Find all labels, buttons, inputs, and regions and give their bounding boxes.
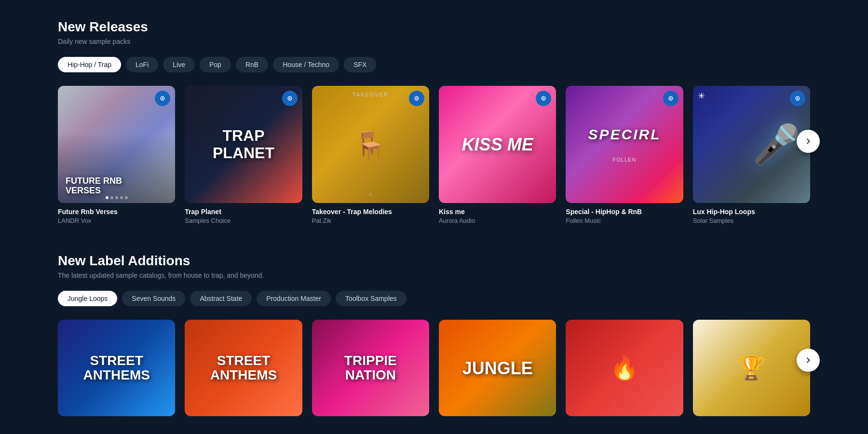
card-trap-planet[interactable]: TRAPPLANET Trap Planet Samples Choice — [185, 86, 302, 224]
card-subtitle-special: Follen Music — [566, 217, 683, 224]
svg-point-7 — [543, 98, 544, 99]
filter-sfx[interactable]: SFX — [344, 57, 376, 72]
svg-point-1 — [162, 98, 163, 99]
dot-indicators-1 — [106, 196, 128, 199]
card-image-gold-collection: 🏆 — [693, 320, 810, 416]
next-arrow-button-labels[interactable] — [797, 349, 820, 372]
landr-badge-6 — [790, 91, 805, 106]
filter-jungle-loops[interactable]: Jungle Loops — [58, 291, 117, 306]
filter-toolbox-samples[interactable]: Toolbox Samples — [336, 291, 407, 306]
card-subtitle-takeover: Pat Zik — [312, 217, 429, 224]
card-lux-hiphop[interactable]: 🎤 ✳ Lux Hip-Hop Loops Solar Samples — [693, 86, 810, 224]
filter-seven-sounds[interactable]: Seven Sounds — [122, 291, 185, 306]
card-image-takeover: TAKEOVER 🪑 ⚜ — [312, 86, 429, 203]
silhouette-icon: 🎤 — [752, 122, 800, 167]
label-cards-wrapper: STREETANTHEMS STREETANTHEMS TRIPPIENATIO… — [58, 320, 810, 421]
card-image-kiss-me: Kiss Me — [439, 86, 556, 203]
label-filter-row: Jungle Loops Seven Sounds Abstract State… — [58, 291, 810, 306]
new-releases-cards-row: Future RnBVerses Future Rnb Verses LANDR… — [58, 86, 810, 224]
card-street-anthems[interactable]: STREETANTHEMS — [58, 320, 175, 421]
card-overlay-jungle: JUNGLE — [462, 359, 533, 378]
card-takeover[interactable]: TAKEOVER 🪑 ⚜ Takeover - Trap Melodies Pa… — [312, 86, 429, 224]
card-jungle[interactable]: JUNGLE — [439, 320, 556, 421]
card-title-future-rnb: Future Rnb Verses — [58, 208, 175, 216]
filter-lofi[interactable]: LoFi — [126, 57, 158, 72]
card-subtitle-trap-planet: Samples Choice — [185, 217, 302, 224]
card-image-b2: STREETANTHEMS — [185, 320, 302, 416]
filter-production-master[interactable]: Production Master — [257, 291, 331, 306]
chair-icon: 🪑 — [353, 129, 387, 161]
snowflake-icon: ✳ — [698, 91, 705, 101]
label-cards-row: STREETANTHEMS STREETANTHEMS TRIPPIENATIO… — [58, 320, 810, 421]
card-image-special: SPECIRL FOLLEN — [566, 86, 683, 203]
new-label-subtitle: The latest updated sample catalogs, from… — [58, 271, 810, 279]
card-title-takeover: Takeover - Trap Melodies — [312, 208, 429, 216]
new-releases-cards-wrapper: Future RnBVerses Future Rnb Verses LANDR… — [58, 86, 810, 224]
card-subtitle-kiss-me: Aurora Audio — [439, 217, 556, 224]
card-image-future-rnb: Future RnBVerses — [58, 86, 175, 203]
card-overlay-trap-planet: TRAPPLANET — [213, 127, 274, 161]
card-overlay-street-anthems: STREETANTHEMS — [83, 353, 149, 383]
svg-point-11 — [797, 98, 798, 99]
card-title-lux-hiphop: Lux Hip-Hop Loops — [693, 208, 810, 216]
card-title-trap-planet: Trap Planet — [185, 208, 302, 216]
card-album-b2[interactable]: STREETANTHEMS — [185, 320, 302, 421]
card-gold-collection[interactable]: 🏆 — [693, 320, 810, 421]
card-overlay-kiss-me: Kiss Me — [462, 135, 533, 154]
card-subtitle-future-rnb: LANDR Vox — [58, 217, 175, 224]
card-overlay-trippie-nation: TRIPPIENATION — [344, 353, 397, 383]
card-overlay-b2: STREETANTHEMS — [210, 353, 277, 383]
card-trippie-nation[interactable]: TRIPPIENATION — [312, 320, 429, 421]
card-image-street-anthems: STREETANTHEMS — [58, 320, 175, 416]
card-image-lux-hiphop: 🎤 ✳ — [693, 86, 810, 203]
card-image-heat-pack: 🔥 — [566, 320, 683, 416]
card-special[interactable]: SPECIRL FOLLEN Special - HipHop & RnB Fo… — [566, 86, 683, 224]
filter-live[interactable]: Live — [163, 57, 195, 72]
new-label-title: New Label Additions — [58, 253, 810, 269]
new-releases-title: New Releases — [58, 19, 810, 35]
card-title-special: Special - HipHop & RnB — [566, 208, 683, 216]
filter-pop[interactable]: Pop — [200, 57, 231, 72]
filter-house-techno[interactable]: House / Techno — [273, 57, 339, 72]
filter-rnb[interactable]: RnB — [236, 57, 268, 72]
card-overlay-special: SPECIRL — [588, 126, 661, 142]
card-future-rnb[interactable]: Future RnBVerses Future Rnb Verses LANDR… — [58, 86, 175, 224]
card-image-trippie-nation: TRIPPIENATION — [312, 320, 429, 416]
next-arrow-button[interactable] — [797, 130, 820, 153]
gold-icon: 🏆 — [737, 354, 766, 381]
card-image-trap-planet: TRAPPLANET — [185, 86, 302, 203]
card-image-jungle: JUNGLE — [439, 320, 556, 416]
svg-point-5 — [416, 98, 417, 99]
takeover-top-label: TAKEOVER — [353, 92, 389, 97]
special-sub: FOLLEN — [588, 157, 661, 163]
takeover-bottom-label: ⚜ — [368, 192, 372, 197]
filter-abstract-state[interactable]: Abstract State — [190, 291, 252, 306]
new-releases-filter-row: Hip-Hop / Trap LoFi Live Pop RnB House /… — [58, 57, 810, 72]
card-heat-pack[interactable]: 🔥 — [566, 320, 683, 421]
card-subtitle-lux-hiphop: Solar Samples — [693, 217, 810, 224]
svg-point-9 — [670, 98, 671, 99]
card-title-kiss-me: Kiss me — [439, 208, 556, 216]
svg-point-3 — [289, 98, 290, 99]
landr-badge-5 — [663, 91, 678, 106]
card-overlay-future-rnb: Future RnBVerses — [66, 176, 122, 196]
landr-badge-3 — [409, 91, 424, 106]
new-label-additions-section: New Label Additions The latest updated s… — [58, 253, 810, 421]
card-kiss-me[interactable]: Kiss Me Kiss me Aurora Audio — [439, 86, 556, 224]
fire-icon: 🔥 — [610, 354, 639, 381]
new-releases-section: New Releases Daily new sample packs Hip-… — [58, 19, 810, 224]
landr-badge-2 — [282, 91, 298, 106]
new-releases-subtitle: Daily new sample packs — [58, 38, 810, 45]
filter-hip-hop-trap[interactable]: Hip-Hop / Trap — [58, 57, 121, 72]
